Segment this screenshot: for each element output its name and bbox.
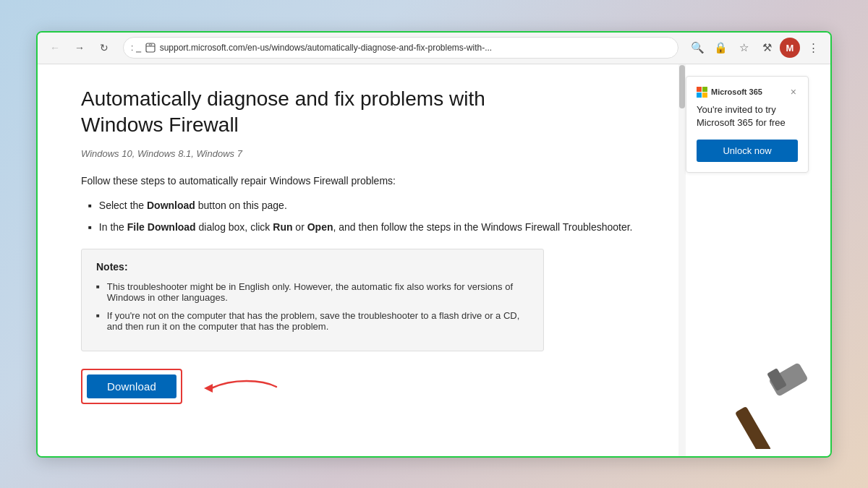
arrow-svg [197,372,284,401]
reload-button[interactable]: ↻ [94,38,114,58]
ad-text: You're invited to try Microsoft 365 for … [697,103,798,129]
ad-brand-text: Microsoft 365 [711,87,762,96]
lock-icon: : ⎯ [131,43,141,53]
page-subtitle: Windows 10, Windows 8.1, Windows 7 [81,148,650,159]
ad-header: Microsoft 365 × [697,87,798,98]
list-item: In the File Download dialog box, click R… [88,221,650,233]
note-item: This troubleshooter might be in English … [96,281,529,303]
unlock-now-button[interactable]: Unlock now [697,140,798,162]
page-title: Automatically diagnose and fix problems … [81,86,515,139]
download-button-wrapper: Download [81,369,182,404]
bullet-1-text: Select the Download button on this page. [99,200,287,211]
download-button[interactable]: Download [87,374,176,398]
scrollbar[interactable] [678,64,686,456]
download-section: Download [81,369,650,404]
eye-off-button[interactable]: 🔒 [710,38,731,58]
browser-window: ← → ↻ : ⎯ support.microsoft.com/en-us/wi… [36,31,832,458]
svg-rect-4 [735,406,772,448]
ms-logo-yellow [702,93,707,98]
ms-logo-red [697,87,702,92]
extensions-button[interactable]: ⚒ [757,38,777,58]
menu-button[interactable]: ⋮ [803,38,823,58]
toolbar-icons: 🔍 🔒 ☆ ⚒ M ⋮ [687,38,823,58]
ad-close-button[interactable]: × [789,87,798,97]
hammer-illustration [729,355,823,449]
browser-toolbar: ← → ↻ : ⎯ support.microsoft.com/en-us/wi… [38,33,830,64]
svg-marker-3 [204,384,213,393]
notes-list: This troubleshooter might be in English … [96,281,529,332]
ms-logo-blue [697,93,702,98]
svg-rect-0 [146,43,155,52]
note-1-text: This troubleshooter might be in English … [107,281,529,303]
url-text: support.microsoft.com/en-us/windows/auto… [160,43,671,53]
ms-logo-grid [697,87,707,98]
arrow-indicator [197,372,284,401]
open-bold: Open [307,221,333,233]
notes-title: Notes: [96,261,529,273]
browser-content: Automatically diagnose and fix problems … [38,64,830,456]
site-info-icon [145,43,156,53]
profile-avatar[interactable]: M [780,38,800,58]
address-bar[interactable]: : ⎯ support.microsoft.com/en-us/windows/… [123,37,678,59]
note-item: If you're not on the computer that has t… [96,310,529,332]
forward-button[interactable]: → [69,38,90,58]
page-intro: Follow these steps to automatically repa… [81,175,650,187]
list-item: Select the Download button on this page. [88,200,650,211]
page-main: Automatically diagnose and fix problems … [38,64,678,456]
ms365-logo: Microsoft 365 [697,87,762,98]
note-2-text: If you're not on the computer that has t… [107,310,529,332]
ms-logo-green [702,87,707,92]
ad-panel: Microsoft 365 × You're invited to try Mi… [686,64,830,456]
scrollbar-thumb[interactable] [679,65,685,108]
search-button[interactable]: 🔍 [687,38,707,58]
file-download-bold: File Download [127,221,196,233]
bookmark-button[interactable]: ☆ [733,38,754,58]
download-bold: Download [147,200,195,211]
run-bold: Run [273,221,292,233]
ad-card: Microsoft 365 × You're invited to try Mi… [686,76,809,173]
notes-box: Notes: This troubleshooter might be in E… [81,249,544,351]
steps-list: Select the Download button on this page.… [81,200,650,233]
bullet-2-text: In the File Download dialog box, click R… [99,221,633,233]
back-button[interactable]: ← [45,38,65,58]
svg-point-2 [149,44,152,46]
